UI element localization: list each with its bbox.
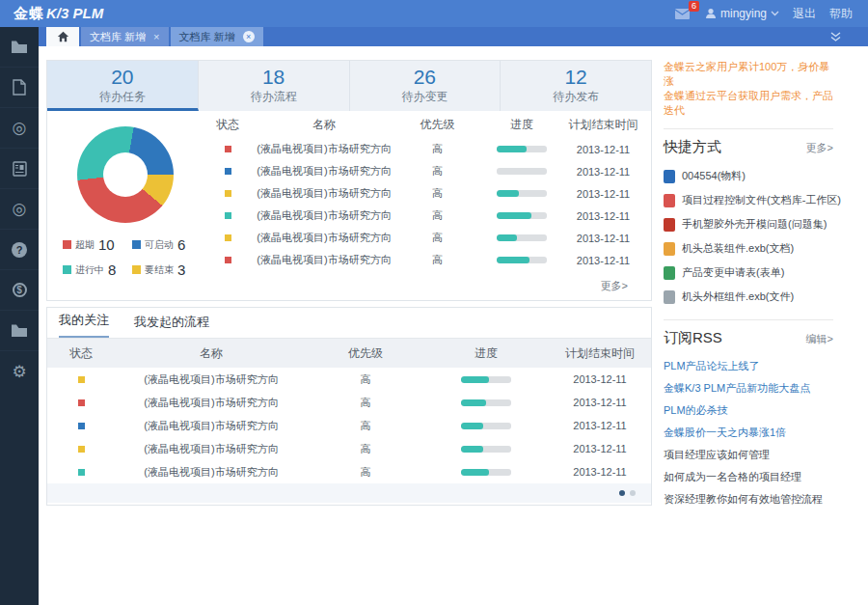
table-row[interactable]: (液晶电视项目)市场研究方向 高 2013-12-11 xyxy=(47,368,651,391)
pdf-doc-icon xyxy=(664,194,675,207)
rss-item[interactable]: 如何成为一名合格的项目经理 xyxy=(664,466,833,488)
progress-bar xyxy=(461,469,511,476)
table-row[interactable]: (液晶电视项目)市场研究方向 高 2013-12-11 xyxy=(203,205,641,227)
issue-doc-icon xyxy=(664,218,675,232)
stat-card-todo-tasks[interactable]: 20 待办任务 xyxy=(47,61,199,111)
quick-links-more[interactable]: 更多> xyxy=(806,141,833,155)
table-row[interactable]: (液晶电视项目)市场研究方向 高 2013-12-11 xyxy=(47,391,651,414)
word-doc-icon xyxy=(664,170,675,183)
todo-panel: 20 待办任务 18 待办流程 26 待办变更 12 待办发布 xyxy=(46,60,652,301)
legend-item: 进行中 8 xyxy=(63,261,132,278)
nav-help[interactable]: ? xyxy=(0,230,39,270)
nav-process-target[interactable]: ◎ xyxy=(0,108,39,149)
stat-label: 待办流程 xyxy=(199,89,349,105)
nav-settings[interactable]: ⚙ xyxy=(0,351,39,392)
todo-table: 状态 名称 优先级 进度 计划结束时间 (液晶电视项目)市场研究方向 高 201… xyxy=(203,111,651,300)
tab-my-started-processes[interactable]: 我发起的流程 xyxy=(134,314,209,338)
nav-contacts[interactable] xyxy=(0,149,39,189)
form-doc-icon xyxy=(664,266,675,280)
table-row[interactable]: (液晶电视项目)市场研究方向 高 2013-12-11 xyxy=(47,460,651,483)
id-card-icon xyxy=(12,161,27,177)
stat-value: 26 xyxy=(350,66,501,89)
help-button[interactable]: 帮助 xyxy=(829,6,853,22)
tab-home[interactable] xyxy=(46,27,79,46)
nav-archive-folder[interactable] xyxy=(0,311,39,351)
nav-tasks-target[interactable]: ◎ xyxy=(0,189,39,230)
progress-bar xyxy=(461,399,511,406)
rss-item[interactable]: PLM产品论坛上线了 xyxy=(664,355,833,377)
home-icon xyxy=(57,31,69,42)
news-banner[interactable]: 金蝶云之家用户累计100万，身价暴涨 金蝶通过云平台获取用户需求，产品迭代 xyxy=(664,60,833,118)
logo-cn: 金蝶 xyxy=(14,5,44,23)
stat-card-todo-processes[interactable]: 18 待办流程 xyxy=(199,61,350,111)
stat-value: 20 xyxy=(47,66,198,89)
stat-cards-row: 20 待办任务 18 待办流程 26 待办变更 12 待办发布 xyxy=(47,61,651,111)
rss-item[interactable]: 资深经理教你如何有效地管控流程 xyxy=(664,488,833,510)
rss-item[interactable]: 金蝶股价一天之内暴涨1倍 xyxy=(664,422,833,444)
quick-link[interactable]: 机头外框组件.exb(文件) xyxy=(664,285,833,309)
table-header: 状态 名称 优先级 进度 计划结束时间 xyxy=(47,339,651,368)
chart-legend: 超期 10 可启动 6 进行中 8 要结束 xyxy=(63,236,203,278)
status-dot xyxy=(225,168,231,175)
table-row[interactable]: (液晶电视项目)市场研究方向 高 2013-12-11 xyxy=(47,414,651,437)
stat-label: 待办变更 xyxy=(350,89,501,105)
table-row[interactable]: (液晶电视项目)市场研究方向 高 2013-12-11 xyxy=(203,249,641,271)
progress-bar xyxy=(461,423,511,429)
logout-button[interactable]: 退出 xyxy=(793,6,816,22)
watch-panel: 我的关注 我发起的流程 状态 名称 优先级 进度 计划结束时间 (液晶电视项目)… xyxy=(46,307,652,506)
quick-link[interactable]: 产品变更申请表(表单) xyxy=(664,261,833,285)
rss-edit[interactable]: 编辑> xyxy=(806,332,833,346)
rss-title: 订阅RSS xyxy=(664,329,722,347)
quick-link[interactable]: 机头总装组件.exb(文档) xyxy=(664,236,833,261)
app-logo: 金蝶 K/3 PLM xyxy=(14,5,103,23)
table-row[interactable]: (液晶电视项目)市场研究方向 高 2013-12-11 xyxy=(203,182,641,205)
table-row[interactable]: (液晶电视项目)市场研究方向 高 2013-12-11 xyxy=(203,160,641,182)
status-dot xyxy=(78,376,85,383)
stat-card-todo-releases[interactable]: 12 待办发布 xyxy=(501,61,651,111)
legend-item: 可启动 6 xyxy=(132,236,192,253)
user-icon xyxy=(705,8,717,19)
tab-document-library-2[interactable]: 文档库 新增 × xyxy=(171,27,263,46)
close-icon[interactable]: × xyxy=(153,31,159,42)
status-dot xyxy=(78,423,85,429)
page-dot-2[interactable] xyxy=(630,490,636,496)
collapse-tabs-button[interactable] xyxy=(830,27,841,46)
progress-bar xyxy=(497,257,547,263)
stat-card-todo-changes[interactable]: 26 待办变更 xyxy=(350,61,502,111)
status-dot xyxy=(225,234,231,241)
folder-icon xyxy=(11,40,28,54)
quick-link[interactable]: 项目过程控制文件(文档库-工作区) xyxy=(664,188,833,212)
rss-item[interactable]: 金蝶K/3 PLM产品新功能大盘点 xyxy=(664,377,833,399)
legend-item: 要结束 3 xyxy=(132,261,192,278)
table-row[interactable]: (液晶电视项目)市场研究方向 高 2013-12-11 xyxy=(203,227,641,249)
nav-documents-folder[interactable] xyxy=(0,27,39,68)
table-row[interactable]: (液晶电视项目)市场研究方向 高 2013-12-11 xyxy=(203,138,641,160)
rss-item[interactable]: PLM的必杀技 xyxy=(664,399,833,422)
table-row[interactable]: (液晶电视项目)市场研究方向 高 2013-12-11 xyxy=(47,437,651,460)
progress-bar xyxy=(461,446,511,453)
nav-cost[interactable]: $ xyxy=(0,270,39,311)
status-dot xyxy=(225,146,231,152)
username: mingying xyxy=(720,7,767,20)
user-menu[interactable]: mingying xyxy=(705,7,779,20)
stat-label: 待办发布 xyxy=(501,89,651,105)
tab-my-follows[interactable]: 我的关注 xyxy=(59,312,109,338)
tab-document-library-1[interactable]: 文档库 新增 × xyxy=(81,27,169,46)
nav-document[interactable] xyxy=(0,68,39,108)
legend-swatch xyxy=(63,240,71,249)
file-icon xyxy=(13,79,26,96)
quick-link[interactable]: 004554(物料) xyxy=(664,164,833,188)
table-header: 状态 名称 优先级 进度 计划结束时间 xyxy=(203,111,641,138)
progress-bar xyxy=(461,376,511,383)
close-circle-icon[interactable]: × xyxy=(243,31,255,42)
quick-link[interactable]: 手机塑胶外壳开模问题(问题集) xyxy=(664,212,833,236)
more-link[interactable]: 更多> xyxy=(601,280,628,291)
rss-item[interactable]: 项目经理应该如何管理 xyxy=(664,444,833,466)
page-dot-1[interactable] xyxy=(619,490,625,496)
tab-label: 文档库 新增 xyxy=(90,30,146,44)
plain-doc-icon xyxy=(664,290,675,304)
notification-badge: 6 xyxy=(689,1,699,12)
status-dot xyxy=(78,399,85,406)
progress-bar xyxy=(497,234,547,241)
notification-icon[interactable]: 6 xyxy=(674,7,692,20)
